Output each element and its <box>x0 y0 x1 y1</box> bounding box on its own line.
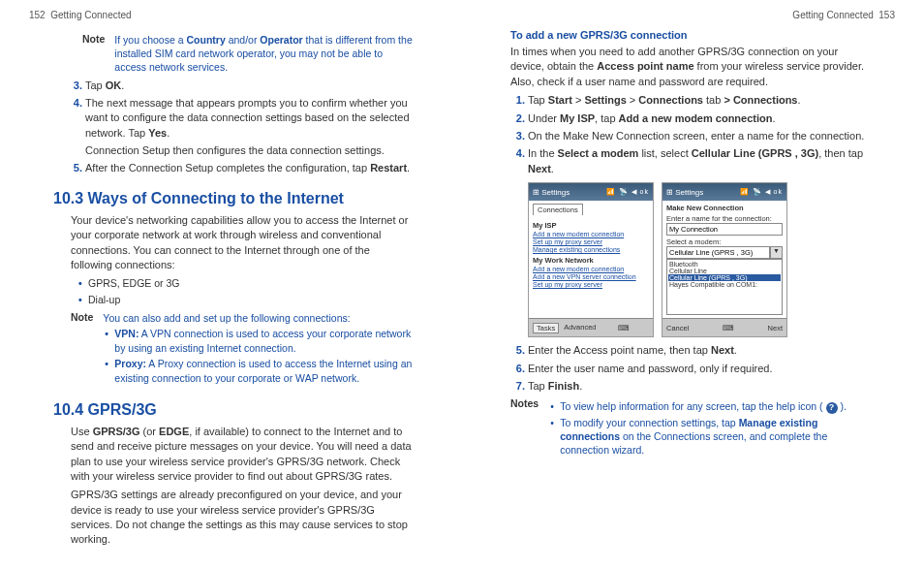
label-select-modem: Select a modem: <box>666 237 783 246</box>
screenshot-connections: ⊞ Settings 📶 📡 ◀ ok Connections My ISP A… <box>528 182 654 337</box>
keyboard-icon: ⌨ <box>618 324 630 332</box>
link-manage-existing: Manage existing connections <box>533 246 649 253</box>
link-setup-proxy-isp: Set up my proxy server <box>533 238 649 245</box>
scr-subtitle: Make New Connection <box>666 204 783 212</box>
step-5: Enter the Access point name, then tap Ne… <box>528 343 871 358</box>
step-4: The next message that appears prompts yo… <box>85 96 414 159</box>
dropdown-icon: ▼ <box>770 246 783 259</box>
modem-select-field <box>666 246 770 259</box>
heading-10-4: 10.4 GPRS/3G <box>53 401 414 419</box>
status-icons: 📶 📡 ◀ ok <box>606 188 649 196</box>
note-country-operator: Note If you choose a Country and/or Oper… <box>82 33 414 75</box>
step-4: In the Select a modem list, select Cellu… <box>528 146 871 176</box>
link-add-vpn: Add a new VPN server connection <box>533 273 649 280</box>
tab-connections: Connections <box>533 204 583 215</box>
page-header-left: 152 Getting Connected <box>29 10 132 20</box>
steps-add-connection-cont: Enter the Access point name, then tap Ne… <box>510 343 871 394</box>
bullet-item: GPRS, EDGE or 3G <box>88 276 414 291</box>
link-setup-proxy-work: Set up my proxy server <box>533 281 649 288</box>
bullets-10-3: GPRS, EDGE or 3G Dial-up <box>59 276 414 306</box>
start-icon: ⊞ <box>666 188 673 197</box>
group-my-work: My Work Network <box>533 256 649 265</box>
para-10-4a: Use GPRS/3G (or EDGE, if available) to c… <box>71 425 414 485</box>
start-icon: ⊞ <box>533 188 539 197</box>
note-label: Note <box>82 33 105 75</box>
link-add-modem-work: Add a new modem connection <box>533 266 649 272</box>
note-text: You can also add and set up the followin… <box>103 311 414 388</box>
step-5: After the Connection Setup completes the… <box>85 161 414 175</box>
screenshots-row: ⊞ Settings 📶 📡 ◀ ok Connections My ISP A… <box>528 182 871 337</box>
bullet-proxy: Proxy: A Proxy connection is used to acc… <box>114 357 414 385</box>
notes-block: Notes To view help information for any s… <box>510 397 871 458</box>
subheading-add-gprs: To add a new GPRS/3G connection <box>510 29 871 41</box>
note-label: Note <box>71 311 93 388</box>
step-2: Under My ISP, tap Add a new modem connec… <box>528 111 871 126</box>
screenshot-new-connection: ⊞ Settings 📶 📡 ◀ ok Make New Connection … <box>662 182 787 337</box>
para-10-4b: GPRS/3G settings are already preconfigur… <box>71 488 414 548</box>
modem-listbox: Bluetooth Cellular Line Cellular Line (G… <box>666 259 783 315</box>
note-help-icon: To view help information for any screen,… <box>560 399 871 413</box>
scr-bottom-bar: Cancel ⌨ Next <box>662 318 786 336</box>
status-icons: 📶 📡 ◀ ok <box>740 188 783 196</box>
para-intro: In times when you need to add another GP… <box>510 45 871 89</box>
bullet-vpn: VPN: A VPN connection is used to access … <box>114 327 414 355</box>
note-manage-connections: To modify your connection settings, tap … <box>560 416 871 458</box>
note-additional-connections: Note You can also add and set up the fol… <box>71 311 414 388</box>
heading-10-3: 10.3 Ways of Connecting to the Internet <box>53 190 414 207</box>
group-my-isp: My ISP <box>533 221 649 230</box>
page-header-right: Getting Connected 153 <box>792 10 895 20</box>
connection-name-field <box>666 223 783 236</box>
step-3: Tap OK. <box>85 79 414 93</box>
scr-bottom-bar: TasksAdvanced ⌨ <box>529 318 653 336</box>
page-left: 152 Getting Connected Note If you choose… <box>0 0 462 569</box>
help-icon: ? <box>826 402 838 414</box>
cancel-softkey: Cancel <box>666 324 689 332</box>
steps-continued: Tap OK. The next message that appears pr… <box>68 79 414 176</box>
step-7: Tap Finish. <box>528 379 871 394</box>
page-right: Getting Connected 153 To add a new GPRS/… <box>462 0 924 569</box>
keyboard-icon: ⌨ <box>723 324 734 332</box>
scr-titlebar: ⊞ Settings 📶 📡 ◀ ok <box>662 183 786 201</box>
para-10-3: Your device's networking capabilities al… <box>71 213 414 273</box>
label-enter-name: Enter a name for the connection: <box>666 214 783 223</box>
bullet-item: Dial-up <box>88 293 414 307</box>
step-3: On the Make New Connection screen, enter… <box>528 129 871 143</box>
link-add-modem-isp: Add a new modem connection <box>533 231 649 237</box>
scr-titlebar: ⊞ Settings 📶 📡 ◀ ok <box>529 183 653 201</box>
step-6: Enter the user name and password, only i… <box>528 362 871 376</box>
steps-add-connection: Tap Start > Settings > Connections tab >… <box>510 93 871 176</box>
notes-label: Notes <box>510 397 539 458</box>
step-1: Tap Start > Settings > Connections tab >… <box>528 93 871 108</box>
note-text: If you choose a Country and/or Operator … <box>114 33 414 75</box>
next-softkey: Next <box>768 324 783 332</box>
